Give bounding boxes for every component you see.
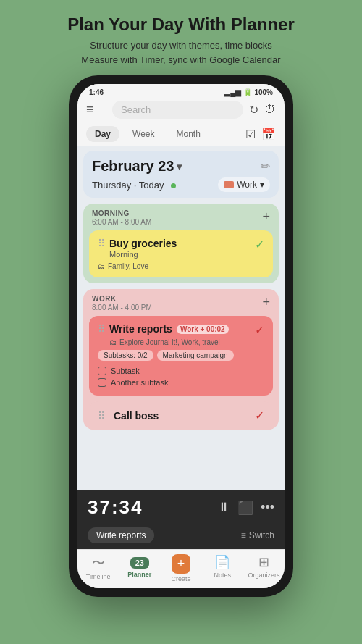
timer-display: 37:34 bbox=[88, 496, 143, 519]
work-time: 8:00 AM - 4:00 PM bbox=[92, 304, 152, 311]
write-reports-header: ⠿ Write reports Work + 00:02 🗂 bbox=[98, 323, 264, 346]
drag-handle-icon: ⠿ bbox=[98, 238, 105, 249]
task-header: ⠿ Buy groceries Morning ✓ bbox=[98, 238, 264, 259]
calendar-icon[interactable]: 📅 bbox=[261, 127, 276, 141]
work-block: WORK 8:00 AM - 4:00 PM + ⠿ Write reports bbox=[83, 289, 279, 430]
work-task-tags-label: Explore Journal it!, Work, travel bbox=[119, 338, 220, 346]
subtask-2-label: Another subtask bbox=[111, 378, 169, 387]
subtask-1-label: Subtask bbox=[111, 367, 140, 375]
call-boss-check-icon[interactable]: ✓ bbox=[255, 409, 264, 422]
timer-task-label[interactable]: Write reports bbox=[88, 527, 154, 543]
call-boss-title: Call boss bbox=[114, 410, 159, 422]
subtask-item-2[interactable]: Another subtask bbox=[98, 377, 264, 388]
nav-timeline[interactable]: 〜 Timeline bbox=[77, 554, 119, 582]
task-tags: 🗂 Family, Love bbox=[98, 262, 264, 270]
morning-block-info: MORNING 6:00 AM - 8:00 AM bbox=[92, 209, 151, 226]
app-header: Plan Your Day With Planner Structure you… bbox=[0, 0, 362, 75]
tab-day[interactable]: Day bbox=[86, 126, 119, 142]
planner-badge: 23 bbox=[130, 557, 149, 569]
today-dot bbox=[171, 183, 176, 188]
signal-icon: ▂▄▆ bbox=[224, 88, 241, 96]
phone-screen: 1:46 ▂▄▆ 🔋 100% ≡ Search ↻ ⏱ Day Week Mo… bbox=[77, 84, 285, 588]
work-task-tags: 🗂 Explore Journal it!, Work, travel bbox=[109, 338, 255, 346]
work-add-button[interactable]: + bbox=[262, 295, 270, 310]
status-bar: 1:46 ▂▄▆ 🔋 100% bbox=[77, 84, 285, 98]
planner-icon: 23 bbox=[130, 554, 149, 569]
planner-label: Planner bbox=[127, 571, 151, 578]
task-card-buy-groceries[interactable]: ⠿ Buy groceries Morning ✓ 🗂 Family, Love bbox=[89, 230, 273, 277]
work-block-info: WORK 8:00 AM - 4:00 PM bbox=[92, 295, 152, 311]
organizers-label: Organizers bbox=[248, 572, 279, 579]
today-label: · bbox=[134, 180, 139, 191]
edit-icon[interactable]: ✏ bbox=[261, 159, 270, 173]
timeline-icon: 〜 bbox=[92, 554, 105, 572]
refresh-icon[interactable]: ↻ bbox=[249, 103, 258, 117]
morning-block: MORNING 6:00 AM - 8:00 AM + ⠿ Buy grocer… bbox=[83, 204, 279, 283]
bottom-nav: 〜 Timeline 23 Planner + Create 📄 Notes bbox=[77, 549, 285, 588]
day-row: Thursday · Today Work ▾ bbox=[92, 177, 270, 192]
date-header-card: February 23 ▾ ✏ Thursday · Today Work bbox=[83, 151, 279, 198]
main-content: February 23 ▾ ✏ Thursday · Today Work bbox=[77, 146, 285, 490]
search-box[interactable]: Search bbox=[112, 101, 243, 119]
switch-button[interactable]: ≡ Switch bbox=[241, 530, 274, 540]
timer-bar: 37:34 ⏸ ⬛ ••• bbox=[77, 490, 285, 524]
nav-create[interactable]: + Create bbox=[160, 554, 201, 582]
checkbox-icon-2[interactable] bbox=[98, 378, 106, 387]
view-tabs: Day Week Month ☑ 📅 bbox=[77, 123, 285, 146]
create-plus: + bbox=[172, 554, 191, 574]
timer-stop-icon[interactable]: ⬛ bbox=[237, 500, 253, 516]
morning-time: 6:00 AM - 8:00 AM bbox=[92, 218, 151, 226]
tab-month[interactable]: Month bbox=[167, 126, 209, 142]
nav-notes[interactable]: 📄 Notes bbox=[202, 554, 243, 582]
work-icon bbox=[224, 181, 234, 188]
create-label: Create bbox=[172, 575, 191, 582]
task-check-icon[interactable]: ✓ bbox=[255, 238, 264, 251]
write-reports-check-icon[interactable]: ✓ bbox=[255, 323, 264, 337]
menu-icon[interactable]: ≡ bbox=[86, 102, 106, 117]
work-label: WORK bbox=[92, 295, 152, 303]
morning-block-header: MORNING 6:00 AM - 8:00 AM + bbox=[83, 204, 279, 230]
status-time: 1:46 bbox=[89, 88, 104, 96]
task-card-write-reports[interactable]: ⠿ Write reports Work + 00:02 🗂 bbox=[89, 316, 273, 396]
morning-add-button[interactable]: + bbox=[262, 209, 270, 225]
nav-planner[interactable]: 23 Planner bbox=[119, 554, 160, 582]
date-label: February 23 bbox=[92, 158, 174, 175]
work-theme-badge[interactable]: Work ▾ bbox=[218, 177, 270, 192]
battery-icon: 🔋 bbox=[243, 88, 252, 96]
date-dropdown-icon[interactable]: ▾ bbox=[177, 161, 182, 172]
write-reports-title-area: Write reports Work + 00:02 🗂 Explore Jou… bbox=[109, 323, 255, 346]
timer-bottom: Write reports ≡ Switch bbox=[77, 524, 285, 549]
top-icons: ↻ ⏱ bbox=[249, 103, 276, 117]
nav-organizers[interactable]: ⊞ Organizers bbox=[243, 554, 285, 582]
task-title-area: Buy groceries Morning bbox=[109, 238, 255, 259]
folder-icon: 🗂 bbox=[98, 262, 105, 270]
checkbox-icon-1[interactable] bbox=[98, 367, 106, 375]
timeline-label: Timeline bbox=[86, 573, 111, 580]
tab-week[interactable]: Week bbox=[124, 126, 163, 142]
work-label: Work bbox=[237, 180, 257, 190]
date-row: February 23 ▾ ✏ bbox=[92, 158, 270, 175]
notes-icon: 📄 bbox=[214, 554, 230, 570]
folder-icon-2: 🗂 bbox=[109, 338, 117, 346]
organizers-icon: ⊞ bbox=[258, 554, 269, 570]
timer-controls: ⏸ ⬛ ••• bbox=[217, 500, 274, 516]
timer-pause-icon[interactable]: ⏸ bbox=[217, 500, 230, 515]
phone-shell: 1:46 ▂▄▆ 🔋 100% ≡ Search ↻ ⏱ Day Week Mo… bbox=[69, 75, 293, 597]
subtask-chips: Subtasks: 0/2 Marketing campaign bbox=[98, 350, 264, 361]
subtask-item-1[interactable]: Subtask bbox=[98, 365, 264, 377]
subtask-list: Subtask Another subtask bbox=[98, 365, 264, 388]
date-title: February 23 ▾ bbox=[92, 158, 182, 175]
app-subtitle: Structure your day with themes, time blo… bbox=[14, 38, 348, 67]
task-title: Buy groceries bbox=[109, 238, 255, 249]
checklist-icon[interactable]: ☑ bbox=[245, 127, 256, 141]
timer-more-icon[interactable]: ••• bbox=[261, 500, 274, 515]
app-title: Plan Your Day With Planner bbox=[14, 13, 348, 35]
drag-handle-icon-2: ⠿ bbox=[98, 323, 105, 335]
task-card-call-boss[interactable]: ⠿ Call boss ✓ bbox=[89, 401, 273, 430]
top-bar: ≡ Search ↻ ⏱ bbox=[77, 98, 285, 123]
task-subtitle: Morning bbox=[109, 250, 255, 259]
write-reports-title: Write reports bbox=[109, 323, 172, 335]
call-boss-left: ⠿ Call boss bbox=[98, 410, 159, 422]
morning-label: MORNING bbox=[92, 209, 151, 217]
timer-icon[interactable]: ⏱ bbox=[264, 103, 276, 117]
